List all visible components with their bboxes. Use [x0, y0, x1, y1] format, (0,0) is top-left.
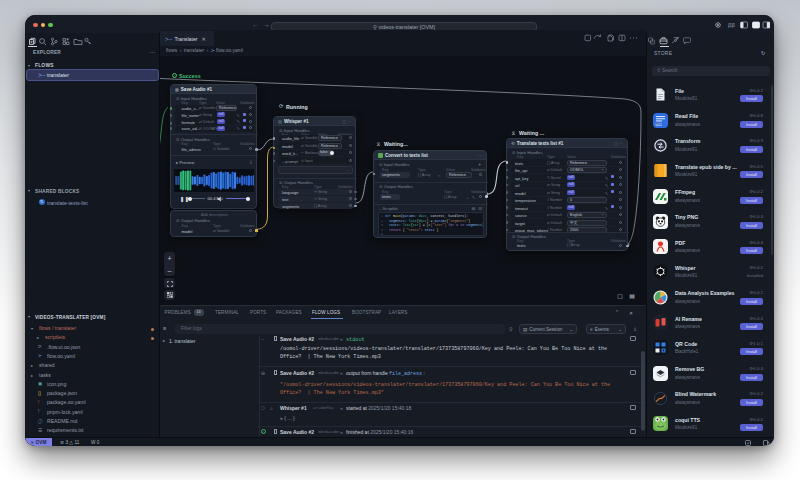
svg-text:FILE: FILE	[656, 122, 662, 126]
svg-text:ββ: ββ	[728, 22, 735, 28]
